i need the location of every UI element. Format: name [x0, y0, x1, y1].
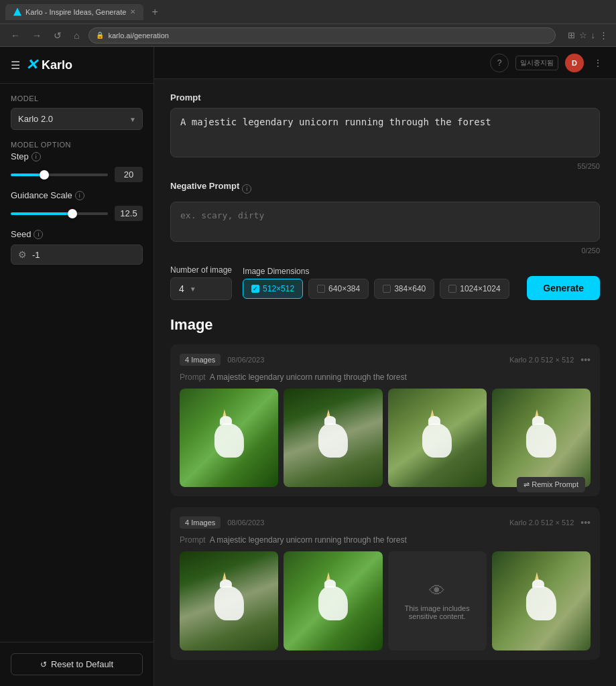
dim-checkbox-640x384	[317, 285, 325, 293]
hamburger-icon[interactable]: ☰	[11, 59, 20, 72]
app-topbar: ? 일시중지됨 D ⋮	[154, 47, 616, 79]
image-result-block-1: 4 Images 08/06/2023 Karlo 2.0 512 × 512 …	[170, 344, 600, 496]
negative-prompt-label: Negative Prompt	[170, 181, 239, 191]
images-grid-1: ⇌ Remix Prompt	[180, 389, 591, 487]
dim-label-640x384: 640×384	[328, 284, 360, 293]
unicorn-horn-2-1	[223, 572, 227, 580]
image-section-title: Image	[170, 316, 600, 334]
dimension-1024x1024[interactable]: 1024×1024	[440, 279, 509, 299]
num-images-value: 4	[179, 283, 184, 294]
image-thumb-2-4[interactable]	[492, 551, 591, 650]
model-option-label: Model Option	[0, 141, 153, 151]
bookmark-button[interactable]: ☆	[579, 30, 587, 40]
unicorn-figure-2-2	[318, 586, 348, 621]
browser-address-bar: ← → ↺ ⌂ 🔒 karlo.ai/generation ⊞ ☆ ↓ ⋮	[0, 24, 616, 47]
dimension-384x640[interactable]: 384×640	[374, 279, 434, 299]
model-select-wrapper[interactable]: Karlo 2.0 ▼	[11, 108, 143, 130]
image-thumb-2-1[interactable]	[180, 551, 278, 650]
home-button[interactable]: ⌂	[71, 29, 82, 42]
unicorn-horn-2-4	[535, 572, 539, 580]
model-select[interactable]: Karlo 2.0	[11, 108, 143, 130]
lock-icon: 🔒	[96, 31, 104, 39]
guidance-info-icon[interactable]: i	[75, 191, 84, 200]
address-field[interactable]: 🔒 karlo.ai/generation	[88, 27, 555, 44]
download-button[interactable]: ↓	[591, 30, 596, 40]
result-model-1: Karlo 2.0 512 × 512	[509, 356, 574, 364]
result-meta-row-2: 4 Images 08/06/2023 Karlo 2.0 512 × 512 …	[180, 517, 591, 529]
image-result-block-2: 4 Images 08/06/2023 Karlo 2.0 512 × 512 …	[170, 507, 600, 659]
reload-button[interactable]: ↺	[51, 29, 64, 42]
dim-label-384x640: 384×640	[394, 284, 426, 293]
prompt-label: Prompt	[170, 92, 600, 102]
num-images-arrow-icon: ▼	[190, 285, 196, 293]
reset-icon: ↺	[40, 660, 47, 669]
unicorn-figure-1-2	[318, 423, 348, 458]
dimensions-group: Image Dimensions ✓ 512×512 640×384 384	[243, 267, 516, 299]
image-thumb-1-2[interactable]	[284, 389, 382, 487]
image-thumb-sensitive[interactable]: 👁 This image includes sensitive content.	[388, 551, 487, 650]
result-prompt-row-2: Prompt A majestic legendary unicorn runn…	[180, 535, 591, 545]
result-date-2: 08/06/2023	[227, 519, 264, 527]
guidance-slider[interactable]	[11, 212, 108, 215]
image-thumb-1-1[interactable]	[180, 389, 278, 487]
dim-checkbox-384x640	[383, 285, 391, 293]
prompt-input[interactable]	[170, 108, 600, 157]
step-slider[interactable]	[11, 174, 108, 176]
remix-prompt-button-1[interactable]: ⇌ Remix Prompt	[517, 477, 585, 492]
dimension-640x384[interactable]: 640×384	[308, 279, 369, 299]
sidebar-header: ☰ ✕ Karlo	[0, 47, 153, 84]
unicorn-figure-2-1	[214, 586, 244, 621]
extensions-button[interactable]: ⊞	[568, 30, 575, 40]
image-thumb-2-2[interactable]	[284, 551, 382, 650]
seed-input-row: ⚙ -1	[11, 245, 143, 265]
topbar-actions: ? 일시중지됨 D ⋮	[490, 54, 605, 72]
dimensions-options: ✓ 512×512 640×384 384×640	[243, 279, 516, 299]
help-icon-button[interactable]: ?	[490, 54, 509, 72]
result-more-button-2[interactable]: •••	[580, 517, 591, 528]
browser-chrome: Karlo - Inspire Ideas, Generate ✕ +	[0, 0, 616, 24]
unicorn-horn-1-2	[326, 409, 330, 417]
guidance-value: 12.5	[115, 206, 143, 221]
dimension-512x512[interactable]: ✓ 512×512	[243, 279, 303, 299]
seed-label: Seed	[11, 229, 31, 239]
unicorn-horn-1-1	[223, 409, 227, 417]
model-label: Model	[11, 94, 143, 102]
seed-info-icon[interactable]: i	[34, 230, 43, 239]
unicorn-horn-1-3	[430, 409, 434, 417]
seed-dice-icon: ⚙	[18, 249, 27, 260]
app-container: ☰ ✕ Karlo Model Karlo 2.0 ▼ Model Option…	[0, 47, 616, 686]
image-thumb-1-4[interactable]	[492, 389, 591, 487]
user-avatar[interactable]: D	[565, 54, 584, 72]
reset-label: Reset to Default	[51, 659, 113, 669]
dim-label-1024x1024: 1024×1024	[460, 284, 500, 293]
dim-checkbox-512x512: ✓	[251, 285, 259, 293]
menu-button[interactable]: ⋮	[599, 30, 608, 40]
topbar-menu-button[interactable]: ⋮	[591, 56, 605, 70]
generate-button[interactable]: Generate	[527, 276, 600, 300]
negative-prompt-input[interactable]	[170, 202, 600, 242]
browser-tab[interactable]: Karlo - Inspire Ideas, Generate ✕	[5, 4, 143, 20]
num-images-label: Number of image	[170, 265, 232, 275]
unicorn-figure-1-3	[422, 423, 452, 458]
back-button[interactable]: ←	[8, 29, 23, 42]
tab-close-button[interactable]: ✕	[130, 8, 135, 15]
images-grid-2: 👁 This image includes sensitive content.	[180, 551, 591, 650]
number-of-images-group: Number of image 4 ▼	[170, 265, 232, 300]
karlo-x-icon: ✕	[25, 56, 38, 74]
prompt-label-sm-1: Prompt	[180, 372, 206, 382]
negative-prompt-info-icon[interactable]: i	[242, 184, 251, 194]
image-thumb-1-3[interactable]	[388, 389, 487, 487]
seed-value: -1	[32, 250, 40, 260]
reset-to-default-button[interactable]: ↺ Reset to Default	[11, 653, 143, 675]
result-more-button-1[interactable]: •••	[580, 354, 591, 365]
new-tab-button[interactable]: +	[149, 6, 160, 18]
karlo-logo-text: Karlo	[42, 58, 72, 72]
main-content: ? 일시중지됨 D ⋮ Prompt 55/250 Negative Promp…	[154, 47, 616, 686]
num-images-select[interactable]: 4 ▼	[170, 277, 232, 300]
prompt-char-count: 55/250	[170, 162, 600, 170]
dim-checkbox-1024x1024	[448, 285, 456, 293]
step-info-icon[interactable]: i	[32, 152, 41, 161]
negative-prompt-section: Negative Prompt i 0/250	[170, 181, 600, 255]
forward-button[interactable]: →	[29, 29, 44, 42]
korean-sync-button[interactable]: 일시중지됨	[515, 56, 558, 70]
